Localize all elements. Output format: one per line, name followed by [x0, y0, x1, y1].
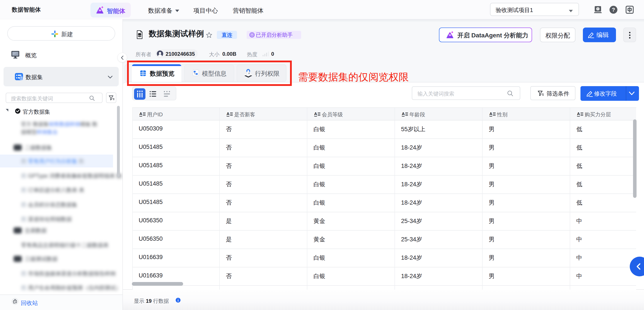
svg-text:A: A [226, 112, 230, 116]
svg-text:A: A [402, 112, 405, 116]
svg-text:A: A [489, 112, 492, 116]
svg-text:?: ? [612, 7, 615, 13]
svg-text:A: A [314, 112, 317, 116]
svg-text:A: A [139, 112, 142, 116]
svg-text:A: A [577, 112, 580, 116]
